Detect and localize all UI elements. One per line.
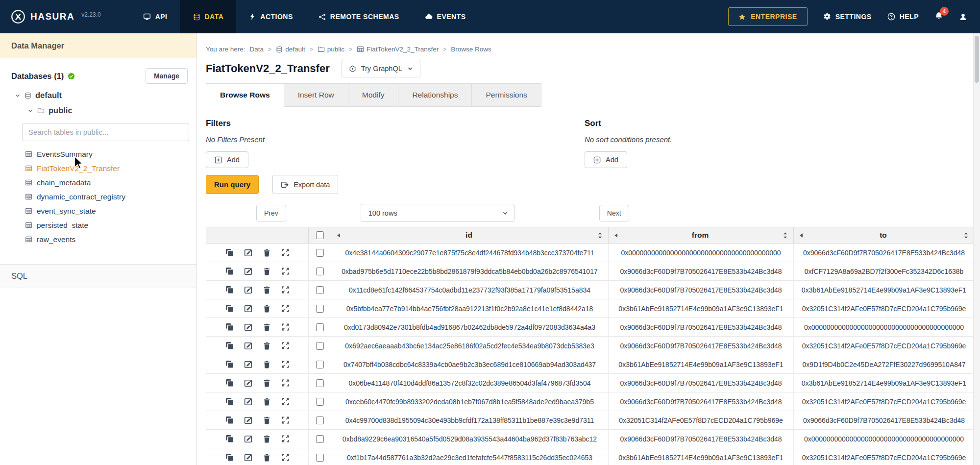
chevron-down-icon[interactable]: [15, 93, 21, 98]
row-expand-button[interactable]: [280, 303, 291, 314]
row-edit-button[interactable]: [243, 415, 253, 425]
manage-button[interactable]: Manage: [146, 68, 188, 84]
row-edit-button[interactable]: [243, 359, 253, 369]
add-filter-button[interactable]: Add: [206, 151, 248, 168]
add-sort-button[interactable]: Add: [585, 151, 627, 168]
sort-icon[interactable]: [783, 232, 788, 239]
run-query-button[interactable]: Run query: [206, 175, 259, 194]
nav-item-events[interactable]: EVENTS: [412, 0, 479, 33]
row-expand-button[interactable]: [280, 396, 291, 407]
row-copy-button[interactable]: [224, 396, 235, 407]
row-edit-button[interactable]: [243, 322, 253, 332]
row-copy-button[interactable]: [224, 359, 235, 369]
scrollbar-thumb[interactable]: [975, 36, 979, 83]
row-edit-button[interactable]: [243, 378, 253, 388]
collapse-column-icon[interactable]: [337, 233, 341, 238]
sidebar-table-FiatTokenV2_2_Transfer[interactable]: FiatTokenV2_2_Transfer: [25, 161, 196, 175]
row-expand-button[interactable]: [280, 341, 291, 351]
tab-modify[interactable]: Modify: [348, 83, 399, 107]
nav-item-remote-schemas[interactable]: REMOTE SCHEMAS: [306, 0, 412, 33]
row-delete-button[interactable]: [262, 415, 272, 425]
sidebar-table-event_sync_state[interactable]: event_sync_state: [25, 204, 196, 218]
row-copy-button[interactable]: [224, 434, 235, 444]
row-expand-button[interactable]: [280, 434, 291, 444]
row-copy-button[interactable]: [224, 285, 235, 295]
nav-item-api[interactable]: API: [130, 0, 180, 33]
row-delete-button[interactable]: [262, 285, 272, 295]
enterprise-button[interactable]: ENTERPRISE: [728, 7, 807, 26]
row-delete-button[interactable]: [262, 341, 272, 351]
next-page-button[interactable]: Next: [599, 205, 629, 221]
row-copy-button[interactable]: [224, 247, 235, 258]
row-edit-button[interactable]: [243, 396, 253, 407]
row-select-checkbox[interactable]: [316, 361, 324, 368]
settings-button[interactable]: SETTINGS: [823, 13, 872, 21]
row-delete-button[interactable]: [262, 452, 272, 463]
row-select-checkbox[interactable]: [316, 249, 324, 257]
row-expand-button[interactable]: [280, 247, 291, 258]
sidebar-item-schema-public[interactable]: public: [0, 103, 196, 118]
row-copy-button[interactable]: [224, 266, 235, 276]
help-button[interactable]: HELP: [887, 13, 919, 21]
column-header-from[interactable]: from: [609, 227, 794, 243]
nav-item-actions[interactable]: ACTIONS: [236, 0, 306, 33]
nav-item-data[interactable]: DATA: [180, 0, 237, 33]
row-copy-button[interactable]: [224, 303, 235, 314]
row-expand-button[interactable]: [280, 285, 291, 295]
row-delete-button[interactable]: [262, 303, 272, 314]
chevron-down-icon[interactable]: [27, 108, 33, 114]
row-select-checkbox[interactable]: [316, 416, 324, 424]
row-delete-button[interactable]: [262, 266, 272, 276]
sidebar-table-EventsSummary[interactable]: EventsSummary: [25, 147, 196, 161]
row-edit-button[interactable]: [243, 247, 253, 258]
row-select-checkbox[interactable]: [316, 379, 324, 387]
row-select-checkbox[interactable]: [316, 398, 324, 406]
row-expand-button[interactable]: [280, 266, 291, 276]
prev-page-button[interactable]: Prev: [256, 205, 286, 221]
collapse-column-icon[interactable]: [799, 233, 803, 238]
row-delete-button[interactable]: [262, 434, 272, 444]
select-all-checkbox[interactable]: [316, 231, 324, 239]
table-search-input[interactable]: [22, 123, 189, 141]
column-header-id[interactable]: id: [331, 227, 609, 243]
rows-per-page-select[interactable]: 100 rows: [361, 204, 514, 222]
row-edit-button[interactable]: [243, 452, 253, 463]
tab-relationships[interactable]: Relationships: [398, 83, 472, 107]
notifications-button[interactable]: 4: [934, 12, 943, 22]
user-menu-button[interactable]: [959, 13, 967, 21]
row-select-checkbox[interactable]: [316, 454, 324, 462]
tab-permissions[interactable]: Permissions: [471, 83, 541, 107]
sort-icon[interactable]: [597, 232, 603, 239]
sidebar-item-sql[interactable]: SQL: [0, 265, 196, 288]
row-select-checkbox[interactable]: [316, 435, 324, 443]
row-copy-button[interactable]: [224, 322, 235, 332]
row-delete-button[interactable]: [262, 378, 272, 388]
collapse-column-icon[interactable]: [614, 233, 618, 238]
row-select-checkbox[interactable]: [316, 286, 324, 294]
row-edit-button[interactable]: [243, 303, 253, 314]
row-delete-button[interactable]: [262, 396, 272, 407]
row-delete-button[interactable]: [262, 322, 272, 332]
row-expand-button[interactable]: [280, 378, 291, 388]
hasura-logo[interactable]: HASURA v2.23.0: [0, 0, 108, 33]
row-expand-button[interactable]: [280, 322, 291, 332]
row-expand-button[interactable]: [280, 415, 291, 425]
row-select-checkbox[interactable]: [316, 323, 324, 331]
try-graphql-button[interactable]: Try GraphQL: [342, 60, 420, 77]
export-data-button[interactable]: Export data: [272, 175, 338, 194]
row-edit-button[interactable]: [243, 341, 253, 351]
sidebar-item-database-default[interactable]: default: [0, 88, 196, 103]
breadcrumb-item-data[interactable]: Data: [250, 46, 264, 53]
sidebar-table-raw_events[interactable]: raw_events: [25, 232, 196, 246]
row-select-checkbox[interactable]: [316, 305, 324, 313]
row-delete-button[interactable]: [262, 359, 272, 369]
breadcrumb-item-public[interactable]: public: [318, 46, 344, 53]
sort-icon[interactable]: [963, 232, 969, 239]
breadcrumb-item-fiattokenv2_2_transfer[interactable]: FiatTokenV2_2_Transfer: [357, 46, 439, 53]
row-copy-button[interactable]: [224, 415, 235, 425]
row-edit-button[interactable]: [243, 266, 253, 276]
row-select-checkbox[interactable]: [316, 268, 324, 275]
row-copy-button[interactable]: [224, 341, 235, 351]
tab-insert-row[interactable]: Insert Row: [284, 83, 348, 107]
tab-browse-rows[interactable]: Browse Rows: [206, 83, 284, 107]
